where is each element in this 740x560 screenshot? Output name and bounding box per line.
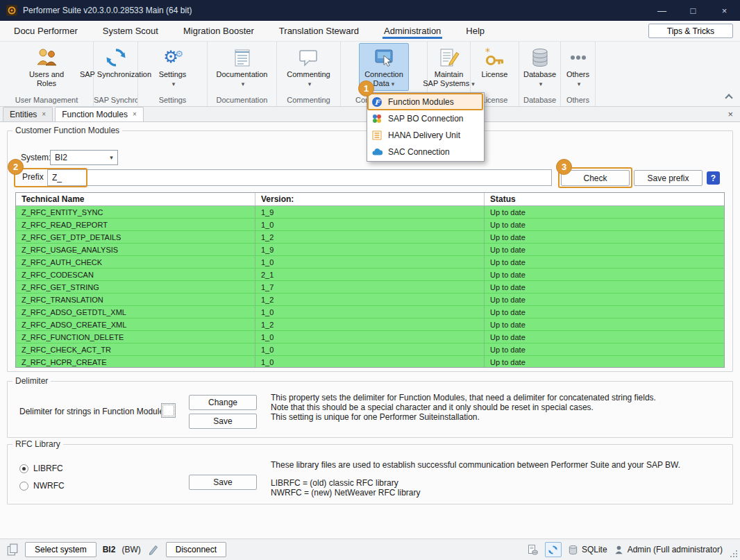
- ribbon-button[interactable]: License: [476, 43, 514, 81]
- cell-version: 1_0: [255, 331, 485, 343]
- menu-item[interactable]: Translation Steward: [267, 21, 371, 41]
- menu-item[interactable]: Migration Booster: [171, 21, 267, 41]
- table-row[interactable]: Z_RFC_FUNCTION_DELETE 1_0 Up to date: [16, 331, 724, 343]
- refresh-button[interactable]: [545, 542, 562, 557]
- ribbon-button-label: Commenting: [287, 70, 330, 79]
- menu-option-label: SAC Connection: [388, 147, 450, 157]
- prefix-input[interactable]: [47, 169, 552, 186]
- save-rfc-library-button[interactable]: Save: [189, 475, 257, 490]
- cell-technical-name: Z_RFC_FUNCTION_DELETE: [16, 331, 255, 343]
- document-tab[interactable]: Entities: [3, 107, 53, 121]
- menu-item-label: Administration: [384, 26, 441, 36]
- rfc-library-radio[interactable]: LIBRFC: [19, 464, 65, 473]
- ribbon-group-label: Settings: [138, 94, 207, 106]
- menu-item-label: Help: [466, 26, 485, 36]
- menu-option[interactable]: SAC Connection: [367, 144, 484, 160]
- ribbon-group-label: Database: [519, 94, 560, 106]
- ribbon-button[interactable]: Users and Roles: [24, 43, 69, 90]
- menu-item-label: Docu Performer: [14, 26, 78, 36]
- rfc-description-line1: These library files are used to establis…: [271, 461, 680, 470]
- titlebar: Performer Suite v20.3.0.0.28533 Main (64…: [0, 0, 740, 21]
- help-icon[interactable]: [707, 171, 720, 185]
- fm-icon: [371, 96, 382, 108]
- table-row[interactable]: Z_RFC_ADSO_CREATE_XML 1_2 Up to date: [16, 319, 724, 331]
- delimiter-input[interactable]: [161, 403, 176, 418]
- ribbon-button[interactable]: Documentation: [211, 43, 274, 91]
- table-row[interactable]: Z_RFC_ADSO_GETDTL_XML 1_0 Up to date: [16, 306, 724, 319]
- save-delimiter-button[interactable]: Save: [189, 414, 257, 429]
- tab-close-icon[interactable]: [133, 111, 137, 118]
- panel-close-icon[interactable]: [728, 109, 733, 119]
- table-row[interactable]: Z_RFC_GET_STRING 1_7 Up to date: [16, 281, 724, 294]
- maintain-icon: [438, 46, 460, 69]
- menu-item[interactable]: Help: [453, 21, 497, 41]
- tips-and-tricks-button[interactable]: Tips & Tricks: [648, 24, 733, 38]
- check-button[interactable]: Check: [561, 170, 630, 186]
- pages-icon[interactable]: [6, 543, 19, 556]
- menu-option[interactable]: HANA Delivery Unit: [367, 127, 484, 144]
- table-row[interactable]: Z_RFC_AUTH_CHECK 1_0 Up to date: [16, 256, 724, 269]
- comment-icon: [297, 46, 319, 69]
- chevron-down-icon: [392, 80, 395, 87]
- table-row[interactable]: Z_RFC_USAGE_ANALYSIS 1_9 Up to date: [16, 244, 724, 256]
- database-document-icon[interactable]: [526, 544, 539, 555]
- ribbon-button[interactable]: Settings: [153, 43, 192, 91]
- edit-connection-icon[interactable]: [147, 544, 160, 555]
- rfc-library-radio[interactable]: NWRFC: [19, 481, 65, 491]
- ribbon-button[interactable]: Database: [518, 43, 562, 91]
- document-tab[interactable]: Function Modules: [55, 107, 144, 121]
- column-status[interactable]: Status: [485, 193, 724, 205]
- system-label: System:: [21, 153, 51, 162]
- database-label: SQLite: [582, 545, 607, 554]
- change-delimiter-button[interactable]: Change: [189, 395, 257, 410]
- chevron-down-icon: [578, 80, 581, 87]
- app-icon: [6, 5, 17, 16]
- cell-status: Up to date: [485, 306, 724, 318]
- chevron-down-icon: [242, 80, 245, 87]
- table-row[interactable]: Z_RFC_HCPR_CREATE 1_0 Up to date: [16, 356, 724, 368]
- table-row[interactable]: Z_RFC_ENTITY_SYNC 1_9 Up to date: [16, 206, 724, 219]
- tab-label: Entities: [10, 110, 37, 119]
- disconnect-button[interactable]: Disconnect: [166, 542, 226, 557]
- menu-option[interactable]: SAP BO Connection: [367, 110, 484, 127]
- table-row[interactable]: Z_RFC_TRANSLATION 1_2 Up to date: [16, 294, 724, 306]
- groupbox-title: RFC Library: [12, 439, 63, 449]
- cell-version: 1_0: [255, 256, 485, 268]
- minimize-button[interactable]: —: [646, 0, 678, 21]
- menu-option[interactable]: Function Modules: [367, 94, 484, 110]
- menu-item[interactable]: System Scout: [90, 21, 171, 41]
- column-technical-name[interactable]: Technical Name: [16, 193, 255, 205]
- tab-close-icon[interactable]: [42, 111, 46, 118]
- system-combobox[interactable]: BI2: [50, 150, 118, 165]
- cell-status: Up to date: [485, 269, 724, 280]
- table-row[interactable]: Z_RFC_CHECK_ACT_TR 1_0 Up to date: [16, 343, 724, 356]
- table-row[interactable]: Z_RFC_READ_REPORT 1_0 Up to date: [16, 219, 724, 231]
- rfc-description-line2: LIBRFC = (old) classic RFC library: [271, 479, 398, 489]
- cell-status: Up to date: [485, 244, 724, 255]
- window-controls: — □ ×: [646, 0, 740, 21]
- radio-label: NWRFC: [33, 481, 65, 491]
- ribbon-button[interactable]: Commenting: [281, 43, 335, 91]
- ribbon-group-label: SAP Synchronization: [94, 94, 137, 106]
- main-content: Customer Function Modules System: BI2 Pr…: [0, 122, 740, 538]
- table-row[interactable]: Z_RFC_GET_DTP_DETAILS 1_2 Up to date: [16, 231, 724, 244]
- ribbon-button-label: License: [482, 70, 508, 79]
- close-button[interactable]: ×: [709, 0, 740, 21]
- cell-technical-name: Z_RFC_HCPR_CREATE: [16, 356, 255, 368]
- cell-version: 2_1: [255, 269, 485, 280]
- statusbar: Select system BI2 (BW) Disconnect SQLite…: [0, 538, 740, 560]
- table-row[interactable]: Z_RFC_CODESCAN 2_1 Up to date: [16, 269, 724, 281]
- menu-item[interactable]: Docu Performer: [1, 21, 90, 41]
- menu-item[interactable]: Administration: [371, 21, 453, 41]
- ribbon-group-label: Documentation: [208, 94, 276, 106]
- select-system-button[interactable]: Select system: [25, 542, 96, 557]
- cell-status: Up to date: [485, 256, 724, 268]
- ribbon-button[interactable]: Others: [561, 43, 595, 91]
- maximize-button[interactable]: □: [678, 0, 709, 21]
- cell-technical-name: Z_RFC_GET_DTP_DETAILS: [16, 231, 255, 243]
- column-version[interactable]: Version:: [255, 193, 485, 205]
- save-prefix-button[interactable]: Save prefix: [634, 170, 703, 186]
- cell-technical-name: Z_RFC_CODESCAN: [16, 269, 255, 280]
- resize-grip[interactable]: [731, 551, 738, 558]
- gear-icon: [162, 46, 184, 69]
